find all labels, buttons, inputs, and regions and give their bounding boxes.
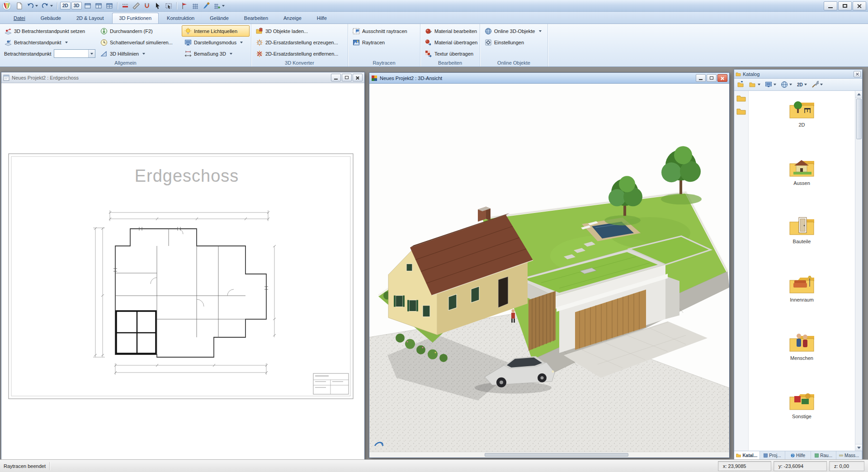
remove-2d-replacement-label: 2D-Ersatzdarstellung entfernen... <box>265 51 338 57</box>
plan-canvas[interactable]: Erdgeschoss <box>1 83 364 459</box>
window-single-button[interactable] <box>83 1 93 10</box>
view3d-window-titlebar[interactable]: Neues Projekt2 : 3D-Ansicht <box>369 73 729 84</box>
catalog-home-button[interactable] <box>736 80 746 90</box>
plan-minimize-button[interactable] <box>331 74 341 81</box>
tab-bearbeiten[interactable]: Bearbeiten <box>237 13 275 24</box>
viewpoint-combo-dropdown-button[interactable] <box>88 50 95 57</box>
online-3d-objects-button[interactable]: Online 3D-Objekte <box>482 25 546 37</box>
scrollbar-thumb[interactable] <box>856 99 862 139</box>
select-tool-button[interactable] <box>153 1 163 10</box>
flag-tool-button[interactable] <box>179 1 189 10</box>
catalog-item-label: Menschen <box>790 355 813 361</box>
view3d-close-button[interactable] <box>717 74 727 82</box>
grid-settings-caret[interactable] <box>222 5 225 7</box>
view3d-minimize-button[interactable] <box>696 74 706 82</box>
ribbon-tab-bar: Datei Gebäude 2D & Layout 3D Funktionen … <box>0 12 868 24</box>
tab-anzeige[interactable]: Anzeige <box>276 13 309 24</box>
viewpoint-combobox[interactable] <box>54 49 95 58</box>
undo-button[interactable] <box>25 1 39 10</box>
catalog-display-button[interactable] <box>763 80 778 90</box>
tab-katalog[interactable]: Katal... <box>734 451 760 459</box>
catalog-close-button[interactable] <box>854 71 861 77</box>
titlebar[interactable]: 2D 3D <box>0 0 868 12</box>
tab-masse[interactable]: Mass... <box>836 451 862 459</box>
catalog-item-2d[interactable]: 2D <box>777 98 827 127</box>
remove-2d-replacement-button[interactable]: 2D-Ersatzdarstellung entfernen... <box>253 48 346 59</box>
plan-close-button[interactable] <box>353 74 363 81</box>
guides-3d-button[interactable]: 3D Hilfslinien <box>98 48 182 59</box>
redo-dropdown-caret[interactable] <box>50 5 53 7</box>
select-region-button[interactable] <box>164 1 174 10</box>
raster-tool-button[interactable] <box>190 1 200 10</box>
window-split-button[interactable] <box>94 1 104 10</box>
raytrace-button[interactable]: Raytracen <box>350 37 418 48</box>
catalog-item-aussen[interactable]: Aussen <box>777 156 827 186</box>
set-viewpoint-button[interactable]: 3D Betrachterstandpunkt setzen <box>2 25 98 37</box>
catalog-globe-button[interactable] <box>779 80 794 90</box>
tab-raeume[interactable]: Rau... <box>811 451 837 459</box>
window-grid-button[interactable] <box>104 1 114 10</box>
catalog-item-innenraum[interactable]: Innenraum <box>777 273 827 302</box>
tab-gelaende[interactable]: Gelände <box>203 13 236 24</box>
options-dropdown-caret[interactable] <box>820 84 823 85</box>
internal-lights-button[interactable]: Interne Lichtquellen <box>182 25 250 37</box>
catalog-titlebar[interactable]: Katalog <box>734 70 862 79</box>
scroll-up-button[interactable] <box>855 91 863 98</box>
tab-gebaeude[interactable]: Gebäude <box>33 13 68 24</box>
display-mode-button[interactable]: Darstellungsmodus <box>182 37 250 48</box>
scrollbar-thumb[interactable] <box>485 453 628 457</box>
globe-dropdown-caret[interactable] <box>789 84 792 85</box>
view3d-viewport[interactable] <box>369 84 729 458</box>
view-2d-button[interactable]: 2D <box>60 2 71 9</box>
catalog-options-button[interactable] <box>810 80 825 90</box>
material-transfer-button[interactable]: Material übertragen <box>422 37 478 48</box>
folder-dropdown-caret[interactable] <box>758 84 760 85</box>
view3d-restore-button[interactable] <box>707 74 717 82</box>
redo-button[interactable] <box>40 1 54 10</box>
load-3d-objects-button[interactable]: 3D Objekte laden... <box>253 25 346 37</box>
tab-3d-funktionen[interactable]: 3D Funktionen <box>112 13 159 24</box>
tab-2d-layout[interactable]: 2D & Layout <box>69 13 111 24</box>
section-tool-button[interactable] <box>120 1 130 10</box>
viewpoint-button[interactable]: Betrachterstandpunkt <box>2 37 98 48</box>
zebra-ruler-button[interactable] <box>131 1 141 10</box>
shadow-simulate-button[interactable]: Schattenverlauf simulieren... <box>98 37 182 48</box>
grid-settings-button[interactable] <box>212 1 226 10</box>
catalog-item-menschen[interactable]: Menschen <box>777 331 827 361</box>
new-document-button[interactable] <box>14 1 24 10</box>
raytrace-region-button[interactable]: Ausschnitt raytracen <box>350 25 418 37</box>
2d-mode-dropdown-caret[interactable] <box>804 84 807 85</box>
catalog-scrollbar[interactable] <box>855 91 862 451</box>
tab-datei[interactable]: Datei <box>6 13 33 24</box>
folder-icon[interactable] <box>736 94 746 102</box>
material-edit-button[interactable]: Material bearbeiten <box>422 25 478 37</box>
plan-restore-button[interactable] <box>342 74 352 81</box>
scroll-down-button[interactable] <box>855 444 863 451</box>
catalog-2d-mode-button[interactable]: 2D <box>795 80 809 90</box>
dimension-3d-button[interactable]: Bemaßung 3D <box>182 48 250 59</box>
catalog-folder-button[interactable] <box>747 80 762 90</box>
create-2d-replacement-button[interactable]: 2D-Ersatzdarstellung erzeugen... <box>253 37 346 48</box>
orbit-navigation-icon[interactable] <box>374 440 385 448</box>
tab-projekt[interactable]: Proj... <box>760 451 786 459</box>
texture-transfer-button[interactable]: Textur übertragen <box>422 48 478 59</box>
undo-dropdown-caret[interactable] <box>35 5 38 7</box>
snap-tool-button[interactable] <box>142 1 152 10</box>
view3d-horizontal-scrollbar[interactable] <box>369 452 729 458</box>
plan-window-titlebar[interactable]: Neues Projekt2 : Erdgeschoss <box>1 72 364 83</box>
folder-icon[interactable] <box>736 108 746 115</box>
tab-konstruktion[interactable]: Konstruktion <box>160 13 202 24</box>
view3d-window-icon <box>371 75 377 81</box>
view-3d-button[interactable]: 3D <box>71 2 82 9</box>
app-close-button[interactable] <box>853 1 866 10</box>
catalog-item-sonstige[interactable]: Sonstige <box>777 390 827 419</box>
paint-tool-button[interactable] <box>201 1 211 10</box>
catalog-item-bauteile[interactable]: Bauteile <box>777 215 827 244</box>
tab-hilfe[interactable]: Hilfe <box>785 451 811 459</box>
tab-hilfe[interactable]: Hilfe <box>310 13 334 24</box>
app-minimize-button[interactable] <box>824 1 837 10</box>
app-maximize-button[interactable] <box>838 1 852 10</box>
walk-button[interactable]: Durchwandern (F2) <box>98 25 182 37</box>
display-dropdown-caret[interactable] <box>774 84 776 85</box>
settings-button[interactable]: Einstellungen <box>482 37 546 48</box>
